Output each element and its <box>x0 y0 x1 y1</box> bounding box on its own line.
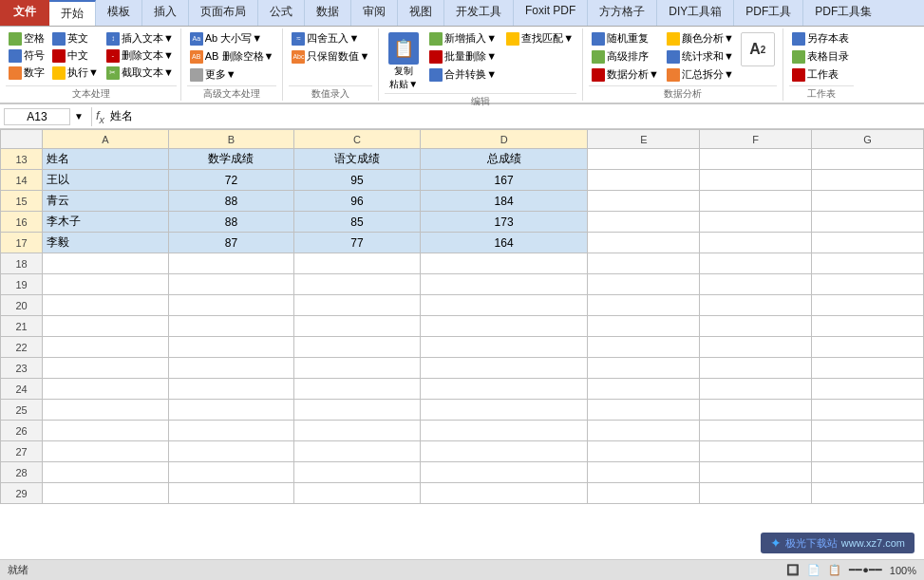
cell[interactable] <box>812 462 924 483</box>
btn-save-table[interactable]: 另存本表 <box>789 30 854 47</box>
cell[interactable] <box>43 358 169 379</box>
btn-new-insert[interactable]: 新增插入▼ <box>426 30 500 47</box>
cell[interactable] <box>588 253 700 274</box>
btn-worksheet[interactable]: 工作表 <box>789 66 854 83</box>
cell[interactable] <box>294 253 421 274</box>
cell[interactable] <box>812 253 924 274</box>
cell[interactable] <box>420 358 588 379</box>
btn-del-space[interactable]: ABAB 删除空格▼ <box>187 48 277 65</box>
cell[interactable] <box>168 379 294 400</box>
cell[interactable] <box>43 253 169 274</box>
cell[interactable] <box>168 441 294 462</box>
col-header-d[interactable]: D <box>420 130 588 149</box>
btn-find-match[interactable]: 查找匹配▼ <box>503 30 576 47</box>
cell[interactable]: 164 <box>420 233 588 253</box>
cell[interactable] <box>43 337 169 358</box>
cell[interactable] <box>420 483 588 504</box>
cell[interactable] <box>700 441 812 462</box>
cell[interactable] <box>43 274 169 295</box>
tab-ffgz[interactable]: 方方格子 <box>588 0 657 26</box>
cell[interactable] <box>168 421 294 441</box>
cell[interactable]: 姓名 <box>43 149 169 170</box>
tab-home[interactable]: 开始 <box>49 0 96 26</box>
dropdown-icon[interactable]: ▼ <box>74 111 84 122</box>
cell[interactable] <box>43 421 169 441</box>
cell[interactable] <box>43 379 169 400</box>
btn-advanced-sort[interactable]: 高级排序 <box>589 48 662 65</box>
cell[interactable]: 184 <box>420 191 588 212</box>
cell[interactable] <box>700 483 812 504</box>
btn-delete-text[interactable]: -删除文本▼ <box>104 47 177 64</box>
cell[interactable] <box>700 149 812 170</box>
cell[interactable] <box>294 462 421 483</box>
cell[interactable] <box>168 462 294 483</box>
btn-chinese[interactable]: 中文 <box>49 47 102 64</box>
btn-table-list[interactable]: 表格目录 <box>789 48 854 65</box>
cell[interactable] <box>812 316 924 337</box>
cell[interactable]: 语文成绩 <box>294 149 421 170</box>
btn-english[interactable]: 英文 <box>49 30 102 47</box>
cell[interactable] <box>588 233 700 253</box>
cell[interactable] <box>588 170 700 191</box>
view-normal[interactable]: 🔲 <box>786 564 800 576</box>
cell[interactable] <box>812 421 924 441</box>
cell[interactable] <box>168 316 294 337</box>
formula-input[interactable] <box>110 110 920 123</box>
cell[interactable] <box>420 253 588 274</box>
tab-diy[interactable]: DIY工具箱 <box>657 0 734 26</box>
cell[interactable] <box>420 462 588 483</box>
cell[interactable] <box>700 233 812 253</box>
cell[interactable] <box>812 233 924 253</box>
col-header-f[interactable]: F <box>700 130 812 149</box>
cell[interactable] <box>294 441 421 462</box>
cell[interactable] <box>168 253 294 274</box>
col-header-g[interactable]: G <box>812 130 924 149</box>
tab-devtools[interactable]: 开发工具 <box>444 0 514 26</box>
cell[interactable]: 88 <box>168 191 294 212</box>
btn-copy-paste[interactable]: 📋 复制 粘贴▼ <box>385 30 423 93</box>
cell[interactable] <box>294 358 421 379</box>
zoom-slider[interactable]: ━━●━━ <box>849 564 882 576</box>
cell[interactable] <box>588 400 700 421</box>
col-header-e[interactable]: E <box>588 130 700 149</box>
cell[interactable] <box>812 170 924 191</box>
cell[interactable] <box>700 462 812 483</box>
cell[interactable]: 77 <box>294 233 421 253</box>
cell[interactable]: 青云 <box>43 191 169 212</box>
tab-template[interactable]: 模板 <box>96 0 142 26</box>
cell[interactable] <box>420 316 588 337</box>
cell[interactable] <box>588 462 700 483</box>
cell[interactable]: 87 <box>168 233 294 253</box>
btn-data-analysis[interactable]: 数据分析▼ <box>589 66 662 83</box>
cell[interactable] <box>588 149 700 170</box>
cell[interactable] <box>812 358 924 379</box>
cell[interactable]: 72 <box>168 170 294 191</box>
cell[interactable] <box>588 274 700 295</box>
cell[interactable] <box>812 337 924 358</box>
cell[interactable] <box>700 316 812 337</box>
col-header-c[interactable]: C <box>294 130 421 149</box>
btn-split[interactable]: 汇总拆分▼ <box>664 66 737 83</box>
cell[interactable] <box>812 379 924 400</box>
cell[interactable] <box>812 149 924 170</box>
cell[interactable]: 李毅 <box>43 233 169 253</box>
cell[interactable] <box>420 379 588 400</box>
btn-execute[interactable]: 执行▼ <box>49 65 102 81</box>
tab-data[interactable]: 数据 <box>305 0 351 26</box>
cell[interactable] <box>812 212 924 233</box>
cell[interactable]: 数学成绩 <box>168 149 294 170</box>
cell[interactable] <box>700 421 812 441</box>
btn-round[interactable]: ≈四舍五入▼ <box>289 30 372 47</box>
cell[interactable] <box>168 295 294 316</box>
tab-review[interactable]: 审阅 <box>351 0 398 26</box>
cell[interactable] <box>700 274 812 295</box>
btn-case[interactable]: AaAb 大小写▼ <box>187 30 277 47</box>
cell[interactable] <box>420 421 588 441</box>
cell[interactable] <box>168 358 294 379</box>
cell[interactable]: 167 <box>420 170 588 191</box>
btn-symbol[interactable]: 符号 <box>6 47 47 64</box>
cell[interactable] <box>588 483 700 504</box>
cell[interactable] <box>294 337 421 358</box>
cell[interactable]: 李木子 <box>43 212 169 233</box>
tab-pdfset[interactable]: PDF工具集 <box>803 0 883 26</box>
